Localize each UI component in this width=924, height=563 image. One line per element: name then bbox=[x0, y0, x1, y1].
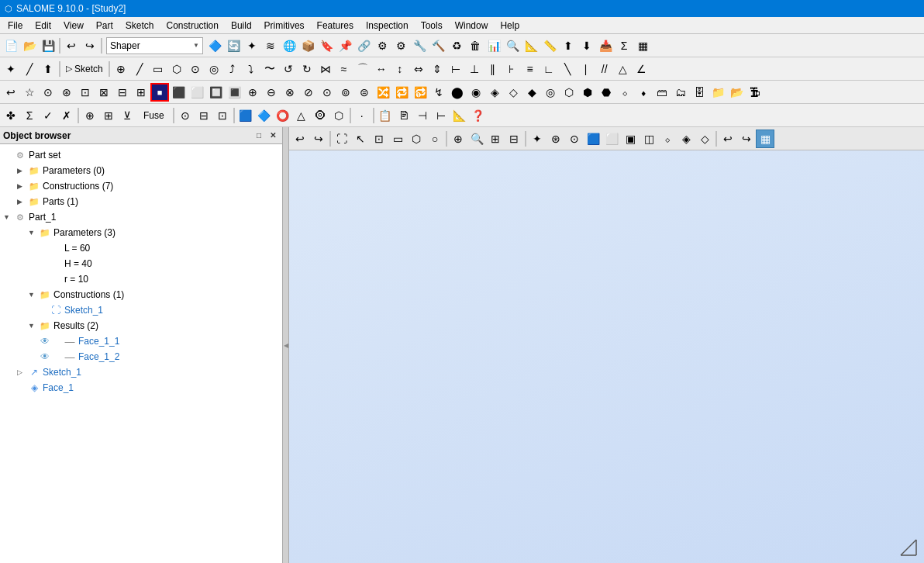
torus-btn[interactable]: ⭗ bbox=[311, 106, 329, 125]
menu-item-sketch[interactable]: Sketch bbox=[119, 19, 160, 33]
tb4-6[interactable]: ⊞ bbox=[99, 106, 118, 125]
vp-tb-1[interactable]: ↩ bbox=[291, 130, 309, 148]
vp-move[interactable]: ⊛ bbox=[546, 130, 565, 148]
box-btn[interactable]: 🟦 bbox=[236, 106, 255, 125]
tree-item-part1[interactable]: ▼ ⚙ Part_1 bbox=[0, 209, 282, 225]
tb3-33[interactable]: ⬣ bbox=[597, 83, 615, 102]
tb3-31[interactable]: ⬡ bbox=[560, 83, 578, 102]
sk2-2[interactable]: ╱ bbox=[130, 60, 149, 78]
vp-rect[interactable]: ▭ bbox=[388, 130, 407, 148]
sketch-point[interactable]: ✦ bbox=[2, 60, 20, 78]
tb-btn-17[interactable]: 🔍 bbox=[503, 36, 522, 55]
tb-btn-7[interactable]: 🔖 bbox=[317, 36, 336, 55]
tb3-12[interactable]: 🔲 bbox=[206, 83, 225, 102]
vp-poly[interactable]: ⬡ bbox=[407, 130, 426, 148]
sketch-poly[interactable]: ⬆ bbox=[39, 60, 57, 78]
tb-btn-5[interactable]: 🌐 bbox=[280, 36, 298, 55]
tb-btn-14[interactable]: ♻ bbox=[447, 36, 466, 55]
tree-item-sketch1[interactable]: ▷ ↗ Sketch_1 bbox=[0, 364, 282, 380]
menu-item-edit[interactable]: Edit bbox=[29, 19, 57, 33]
sk2-6[interactable]: ◎ bbox=[205, 60, 223, 78]
undo-button[interactable]: ↩ bbox=[62, 36, 81, 55]
tb3-2[interactable]: ☆ bbox=[20, 83, 39, 102]
tree-item-param-l[interactable]: L = 60 bbox=[0, 240, 282, 256]
menu-item-build[interactable]: Build bbox=[225, 19, 258, 33]
vp-3d6[interactable]: ◈ bbox=[677, 130, 695, 148]
tb3-11[interactable]: ⬜ bbox=[188, 83, 206, 102]
menu-item-view[interactable]: View bbox=[57, 19, 90, 33]
tb-btn-1[interactable]: 🔷 bbox=[205, 36, 224, 55]
tb3-15[interactable]: ⊖ bbox=[262, 83, 281, 102]
tb4-20[interactable]: 📐 bbox=[450, 106, 469, 125]
menu-item-window[interactable]: Window bbox=[449, 19, 495, 33]
tb3-21[interactable]: 🔀 bbox=[374, 83, 392, 102]
tb-btn-4[interactable]: ≋ bbox=[261, 36, 280, 55]
tb3-23[interactable]: 🔂 bbox=[411, 83, 429, 102]
sk2-22[interactable]: ⊦ bbox=[502, 60, 521, 78]
tb3-10[interactable]: ⬛ bbox=[169, 83, 188, 102]
vp-grid[interactable]: ▦ bbox=[756, 130, 774, 148]
sk2-27[interactable]: // bbox=[595, 60, 614, 78]
sk2-7[interactable]: ⤴ bbox=[223, 60, 242, 78]
tb3-28[interactable]: ◇ bbox=[504, 83, 522, 102]
tb4-4[interactable]: ✗ bbox=[57, 106, 76, 125]
tb4-5[interactable]: ⊕ bbox=[81, 106, 99, 125]
maximize-btn[interactable]: □ bbox=[253, 130, 265, 142]
tb3-32[interactable]: ⬢ bbox=[578, 83, 597, 102]
tb3-7[interactable]: ⊟ bbox=[113, 83, 132, 102]
vp-select2[interactable]: ⊡ bbox=[370, 130, 388, 148]
tb3-1[interactable]: ↩ bbox=[2, 83, 20, 102]
tb3-17[interactable]: ⊘ bbox=[299, 83, 318, 102]
tb4-9[interactable]: ⊟ bbox=[195, 106, 213, 125]
tb4-18[interactable]: ⊣ bbox=[413, 106, 432, 125]
menu-item-part[interactable]: Part bbox=[90, 19, 119, 33]
menu-item-help[interactable]: Help bbox=[494, 19, 526, 33]
fuse-button[interactable]: Fuse bbox=[136, 106, 171, 125]
tree-item-face1[interactable]: ◈ Face_1 bbox=[0, 380, 282, 395]
tb3-41[interactable]: 🗜 bbox=[746, 83, 764, 102]
menu-item-tools[interactable]: Tools bbox=[415, 19, 449, 33]
tb3-29[interactable]: ◆ bbox=[522, 83, 541, 102]
tb-btn-10[interactable]: ⚙ bbox=[373, 36, 391, 55]
tb4-10[interactable]: ⊡ bbox=[213, 106, 232, 125]
tb-btn-20[interactable]: ⬆ bbox=[559, 36, 578, 55]
tb-btn-11[interactable]: ⚙ bbox=[391, 36, 410, 55]
sk2-12[interactable]: ⋈ bbox=[316, 60, 335, 78]
sk2-25[interactable]: ╲ bbox=[558, 60, 577, 78]
tb4-1[interactable]: ✤ bbox=[2, 106, 20, 125]
tb4-16[interactable]: 📋 bbox=[376, 106, 395, 125]
other-shape1[interactable]: ⬡ bbox=[329, 106, 348, 125]
tb3-6[interactable]: ⊠ bbox=[95, 83, 113, 102]
tree-item-sketch1-constr[interactable]: ⛶ Sketch_1 bbox=[0, 302, 282, 318]
tb3-24[interactable]: ↯ bbox=[429, 83, 448, 102]
sk2-15[interactable]: ↔ bbox=[372, 60, 391, 78]
menu-item-inspection[interactable]: Inspection bbox=[360, 19, 415, 33]
redo-button[interactable]: ↪ bbox=[81, 36, 99, 55]
tb4-8[interactable]: ⊙ bbox=[176, 106, 195, 125]
tb3-39[interactable]: 📁 bbox=[709, 83, 727, 102]
tb4-2[interactable]: Σ bbox=[20, 106, 39, 125]
tb3-20[interactable]: ⊜ bbox=[355, 83, 374, 102]
vp-undo2[interactable]: ↩ bbox=[719, 130, 737, 148]
tb3-5[interactable]: ⊡ bbox=[76, 83, 95, 102]
tb3-18[interactable]: ⊙ bbox=[318, 83, 336, 102]
tb-btn-3[interactable]: ✦ bbox=[243, 36, 261, 55]
tree-item-constructions-1[interactable]: ▼ 📁 Constructions (1) bbox=[0, 287, 282, 302]
vp-rotate[interactable]: ✦ bbox=[528, 130, 546, 148]
tb3-14[interactable]: ⊕ bbox=[243, 83, 262, 102]
tb-btn-12[interactable]: 🔧 bbox=[410, 36, 429, 55]
menu-item-primitives[interactable]: Primitives bbox=[258, 19, 311, 33]
sk2-20[interactable]: ⊥ bbox=[465, 60, 484, 78]
tree-item-param-r[interactable]: r = 10 bbox=[0, 271, 282, 287]
tb3-16[interactable]: ⊗ bbox=[281, 83, 299, 102]
sk2-23[interactable]: ≡ bbox=[521, 60, 540, 78]
sk2-13[interactable]: ≈ bbox=[335, 60, 353, 78]
sk2-19[interactable]: ⊢ bbox=[446, 60, 465, 78]
tb3-19[interactable]: ⊚ bbox=[336, 83, 355, 102]
sphere-btn[interactable]: ⭕ bbox=[274, 106, 292, 125]
sk2-21[interactable]: ∥ bbox=[484, 60, 502, 78]
sk2-11[interactable]: ↻ bbox=[298, 60, 316, 78]
sk2-24[interactable]: ∟ bbox=[540, 60, 558, 78]
vp-zoom-box[interactable]: ⊞ bbox=[486, 130, 505, 148]
tree-item-parts-1[interactable]: ▶ 📁 Parts (1) bbox=[0, 194, 282, 209]
